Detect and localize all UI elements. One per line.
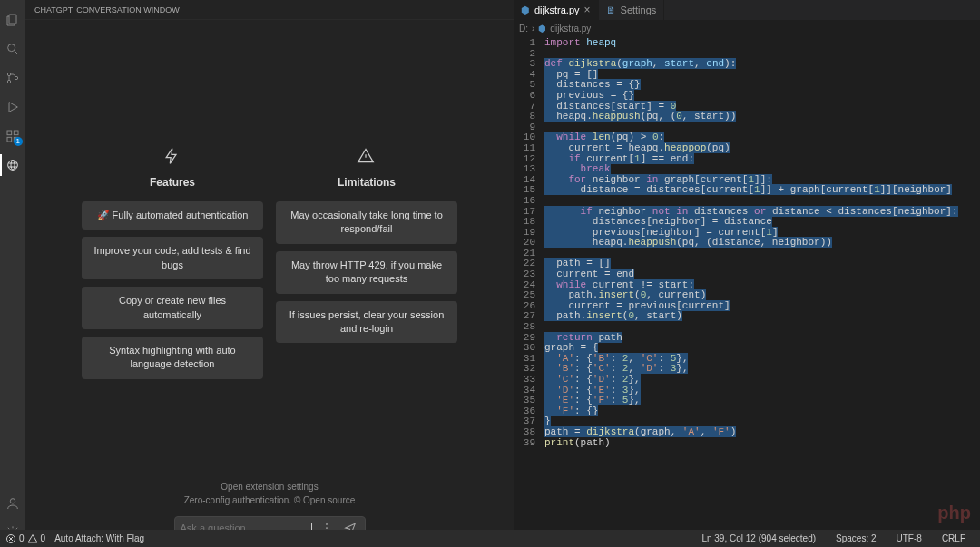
- svg-point-13: [326, 527, 328, 529]
- auth-info: Zero-config authentication. © Open sourc…: [184, 495, 356, 505]
- cursor-position[interactable]: Ln 39, Col 12 (904 selected): [701, 533, 816, 543]
- limitation-card: If issues persist, clear your session an…: [276, 301, 457, 344]
- breadcrumb-file: dijkstra.py: [550, 24, 591, 34]
- svg-rect-0: [9, 15, 16, 24]
- svg-point-12: [326, 523, 328, 525]
- source-control-icon[interactable]: [2, 67, 24, 89]
- panel-title: CHATGPT: CONVERSATION WINDOW: [25, 0, 514, 20]
- eol-status[interactable]: CRLF: [942, 533, 965, 543]
- feature-card[interactable]: 🚀 Fully automated authentication: [82, 201, 263, 230]
- tab-settings[interactable]: 🗎 Settings: [599, 0, 665, 20]
- svg-point-3: [7, 80, 10, 83]
- svg-point-1: [8, 44, 15, 52]
- line-numbers: 1234567891011121314151617181920212223242…: [514, 38, 544, 547]
- explorer-icon[interactable]: [2, 9, 24, 31]
- extensions-badge: 1: [14, 137, 23, 146]
- welcome-screen: Features 🚀 Fully automated authenticatio…: [25, 20, 514, 547]
- python-file-icon: ⬢: [538, 24, 546, 34]
- lightning-icon: [162, 147, 182, 167]
- search-icon[interactable]: [2, 38, 24, 60]
- status-bar: 0 0 Auto Attach: With Flag Ln 39, Col 12…: [0, 530, 980, 547]
- tab-label: dijkstra.py: [534, 5, 580, 15]
- run-debug-icon[interactable]: [2, 96, 24, 118]
- tab-dijkstra[interactable]: ⬢ dijkstra.py ×: [514, 0, 599, 20]
- svg-point-2: [7, 73, 10, 75]
- svg-point-9: [8, 161, 18, 171]
- tab-bar: ⬢ dijkstra.py × 🗎 Settings: [514, 0, 980, 20]
- svg-rect-8: [14, 131, 18, 135]
- problems-status[interactable]: 0 0: [5, 533, 45, 544]
- feature-card[interactable]: Copy or create new files automatically: [82, 287, 263, 329]
- warning-icon: [357, 147, 377, 167]
- settings-link[interactable]: Open extension settings: [184, 482, 356, 492]
- features-column: Features 🚀 Fully automated authenticatio…: [82, 147, 263, 386]
- close-icon[interactable]: ×: [584, 4, 591, 16]
- editor-group: ⬢ dijkstra.py × 🗎 Settings D:› ⬢ dijkstr…: [514, 0, 980, 547]
- limitation-card: May occasionally take long time to respo…: [276, 201, 457, 244]
- watermark: php: [937, 503, 971, 523]
- svg-rect-6: [7, 137, 12, 142]
- limitations-title: Limitations: [338, 176, 396, 189]
- activity-bar: 1: [0, 0, 25, 547]
- svg-rect-5: [7, 131, 12, 135]
- feature-card[interactable]: Improve your code, add tests & find bugs: [82, 237, 263, 279]
- features-title: Features: [150, 176, 195, 189]
- extensions-icon[interactable]: 1: [2, 125, 24, 147]
- breadcrumb-root: D:: [519, 24, 528, 34]
- chatgpt-icon[interactable]: [2, 154, 24, 176]
- limitations-column: Limitations May occasionally take long t…: [276, 147, 457, 386]
- code-content[interactable]: import heapq def dijkstra(graph, start, …: [544, 38, 980, 547]
- encoding-status[interactable]: UTF-8: [897, 533, 922, 543]
- chat-panel: CHATGPT: CONVERSATION WINDOW Features 🚀 …: [25, 0, 514, 547]
- feature-card[interactable]: Syntax highlighting with auto language d…: [82, 337, 263, 379]
- account-icon[interactable]: [2, 493, 24, 514]
- python-file-icon: ⬢: [521, 5, 530, 16]
- code-editor[interactable]: 1234567891011121314151617181920212223242…: [514, 36, 980, 547]
- settings-file-icon: 🗎: [606, 5, 616, 15]
- svg-point-4: [15, 76, 17, 79]
- auto-attach-status[interactable]: Auto Attach: With Flag: [54, 533, 144, 543]
- indentation-status[interactable]: Spaces: 2: [836, 533, 876, 543]
- breadcrumb[interactable]: D:› ⬢ dijkstra.py: [514, 20, 980, 36]
- svg-point-10: [10, 499, 15, 503]
- tab-label: Settings: [621, 5, 657, 15]
- limitation-card: May throw HTTP 429, if you make too many…: [276, 251, 457, 294]
